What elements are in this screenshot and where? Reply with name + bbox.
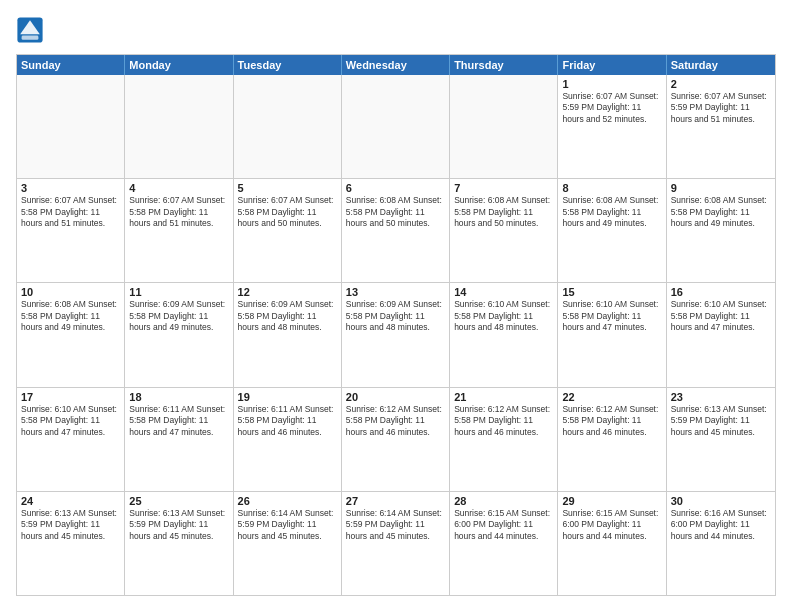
- day-number: 10: [21, 286, 120, 298]
- empty-cell: [342, 75, 450, 178]
- day-info: Sunrise: 6:15 AM Sunset: 6:00 PM Dayligh…: [562, 508, 661, 542]
- calendar: SundayMondayTuesdayWednesdayThursdayFrid…: [16, 54, 776, 596]
- header-tuesday: Tuesday: [234, 55, 342, 75]
- day-number: 18: [129, 391, 228, 403]
- day-info: Sunrise: 6:14 AM Sunset: 5:59 PM Dayligh…: [238, 508, 337, 542]
- day-info: Sunrise: 6:11 AM Sunset: 5:58 PM Dayligh…: [129, 404, 228, 438]
- day-cell-11: 11Sunrise: 6:09 AM Sunset: 5:58 PM Dayli…: [125, 283, 233, 386]
- header-wednesday: Wednesday: [342, 55, 450, 75]
- day-cell-17: 17Sunrise: 6:10 AM Sunset: 5:58 PM Dayli…: [17, 388, 125, 491]
- day-cell-19: 19Sunrise: 6:11 AM Sunset: 5:58 PM Dayli…: [234, 388, 342, 491]
- logo-icon: [16, 16, 44, 44]
- day-info: Sunrise: 6:07 AM Sunset: 5:58 PM Dayligh…: [129, 195, 228, 229]
- empty-cell: [234, 75, 342, 178]
- day-number: 15: [562, 286, 661, 298]
- header-thursday: Thursday: [450, 55, 558, 75]
- day-info: Sunrise: 6:08 AM Sunset: 5:58 PM Dayligh…: [346, 195, 445, 229]
- day-cell-27: 27Sunrise: 6:14 AM Sunset: 5:59 PM Dayli…: [342, 492, 450, 595]
- day-info: Sunrise: 6:08 AM Sunset: 5:58 PM Dayligh…: [562, 195, 661, 229]
- day-cell-10: 10Sunrise: 6:08 AM Sunset: 5:58 PM Dayli…: [17, 283, 125, 386]
- day-cell-20: 20Sunrise: 6:12 AM Sunset: 5:58 PM Dayli…: [342, 388, 450, 491]
- day-cell-28: 28Sunrise: 6:15 AM Sunset: 6:00 PM Dayli…: [450, 492, 558, 595]
- day-info: Sunrise: 6:12 AM Sunset: 5:58 PM Dayligh…: [346, 404, 445, 438]
- day-number: 22: [562, 391, 661, 403]
- day-info: Sunrise: 6:14 AM Sunset: 5:59 PM Dayligh…: [346, 508, 445, 542]
- week-row-2: 10Sunrise: 6:08 AM Sunset: 5:58 PM Dayli…: [17, 282, 775, 386]
- day-info: Sunrise: 6:13 AM Sunset: 5:59 PM Dayligh…: [21, 508, 120, 542]
- day-cell-29: 29Sunrise: 6:15 AM Sunset: 6:00 PM Dayli…: [558, 492, 666, 595]
- day-info: Sunrise: 6:07 AM Sunset: 5:59 PM Dayligh…: [562, 91, 661, 125]
- day-info: Sunrise: 6:13 AM Sunset: 5:59 PM Dayligh…: [671, 404, 771, 438]
- day-number: 9: [671, 182, 771, 194]
- day-info: Sunrise: 6:11 AM Sunset: 5:58 PM Dayligh…: [238, 404, 337, 438]
- day-info: Sunrise: 6:10 AM Sunset: 5:58 PM Dayligh…: [562, 299, 661, 333]
- week-row-1: 3Sunrise: 6:07 AM Sunset: 5:58 PM Daylig…: [17, 178, 775, 282]
- day-number: 16: [671, 286, 771, 298]
- day-cell-24: 24Sunrise: 6:13 AM Sunset: 5:59 PM Dayli…: [17, 492, 125, 595]
- day-cell-26: 26Sunrise: 6:14 AM Sunset: 5:59 PM Dayli…: [234, 492, 342, 595]
- day-number: 24: [21, 495, 120, 507]
- empty-cell: [125, 75, 233, 178]
- day-number: 27: [346, 495, 445, 507]
- day-number: 14: [454, 286, 553, 298]
- day-info: Sunrise: 6:09 AM Sunset: 5:58 PM Dayligh…: [129, 299, 228, 333]
- day-cell-8: 8Sunrise: 6:08 AM Sunset: 5:58 PM Daylig…: [558, 179, 666, 282]
- day-cell-30: 30Sunrise: 6:16 AM Sunset: 6:00 PM Dayli…: [667, 492, 775, 595]
- day-info: Sunrise: 6:12 AM Sunset: 5:58 PM Dayligh…: [454, 404, 553, 438]
- day-number: 5: [238, 182, 337, 194]
- day-cell-25: 25Sunrise: 6:13 AM Sunset: 5:59 PM Dayli…: [125, 492, 233, 595]
- empty-cell: [450, 75, 558, 178]
- day-cell-3: 3Sunrise: 6:07 AM Sunset: 5:58 PM Daylig…: [17, 179, 125, 282]
- header-saturday: Saturday: [667, 55, 775, 75]
- day-cell-1: 1Sunrise: 6:07 AM Sunset: 5:59 PM Daylig…: [558, 75, 666, 178]
- day-info: Sunrise: 6:10 AM Sunset: 5:58 PM Dayligh…: [21, 404, 120, 438]
- week-row-3: 17Sunrise: 6:10 AM Sunset: 5:58 PM Dayli…: [17, 387, 775, 491]
- day-cell-7: 7Sunrise: 6:08 AM Sunset: 5:58 PM Daylig…: [450, 179, 558, 282]
- day-number: 20: [346, 391, 445, 403]
- day-info: Sunrise: 6:08 AM Sunset: 5:58 PM Dayligh…: [671, 195, 771, 229]
- header-monday: Monday: [125, 55, 233, 75]
- day-number: 28: [454, 495, 553, 507]
- day-cell-4: 4Sunrise: 6:07 AM Sunset: 5:58 PM Daylig…: [125, 179, 233, 282]
- day-info: Sunrise: 6:07 AM Sunset: 5:58 PM Dayligh…: [21, 195, 120, 229]
- day-number: 1: [562, 78, 661, 90]
- day-info: Sunrise: 6:16 AM Sunset: 6:00 PM Dayligh…: [671, 508, 771, 542]
- day-number: 26: [238, 495, 337, 507]
- day-cell-12: 12Sunrise: 6:09 AM Sunset: 5:58 PM Dayli…: [234, 283, 342, 386]
- day-cell-5: 5Sunrise: 6:07 AM Sunset: 5:58 PM Daylig…: [234, 179, 342, 282]
- day-cell-23: 23Sunrise: 6:13 AM Sunset: 5:59 PM Dayli…: [667, 388, 775, 491]
- day-number: 19: [238, 391, 337, 403]
- day-number: 30: [671, 495, 771, 507]
- day-cell-14: 14Sunrise: 6:10 AM Sunset: 5:58 PM Dayli…: [450, 283, 558, 386]
- day-number: 11: [129, 286, 228, 298]
- day-cell-22: 22Sunrise: 6:12 AM Sunset: 5:58 PM Dayli…: [558, 388, 666, 491]
- empty-cell: [17, 75, 125, 178]
- day-number: 7: [454, 182, 553, 194]
- calendar-header: SundayMondayTuesdayWednesdayThursdayFrid…: [17, 55, 775, 75]
- day-cell-6: 6Sunrise: 6:08 AM Sunset: 5:58 PM Daylig…: [342, 179, 450, 282]
- day-info: Sunrise: 6:10 AM Sunset: 5:58 PM Dayligh…: [671, 299, 771, 333]
- day-info: Sunrise: 6:13 AM Sunset: 5:59 PM Dayligh…: [129, 508, 228, 542]
- day-cell-2: 2Sunrise: 6:07 AM Sunset: 5:59 PM Daylig…: [667, 75, 775, 178]
- day-info: Sunrise: 6:09 AM Sunset: 5:58 PM Dayligh…: [346, 299, 445, 333]
- day-info: Sunrise: 6:08 AM Sunset: 5:58 PM Dayligh…: [21, 299, 120, 333]
- day-info: Sunrise: 6:07 AM Sunset: 5:58 PM Dayligh…: [238, 195, 337, 229]
- day-info: Sunrise: 6:10 AM Sunset: 5:58 PM Dayligh…: [454, 299, 553, 333]
- day-cell-16: 16Sunrise: 6:10 AM Sunset: 5:58 PM Dayli…: [667, 283, 775, 386]
- day-number: 12: [238, 286, 337, 298]
- logo: [16, 16, 48, 44]
- day-number: 21: [454, 391, 553, 403]
- day-number: 8: [562, 182, 661, 194]
- day-info: Sunrise: 6:07 AM Sunset: 5:59 PM Dayligh…: [671, 91, 771, 125]
- day-number: 17: [21, 391, 120, 403]
- calendar-body: 1Sunrise: 6:07 AM Sunset: 5:59 PM Daylig…: [17, 75, 775, 595]
- day-cell-18: 18Sunrise: 6:11 AM Sunset: 5:58 PM Dayli…: [125, 388, 233, 491]
- week-row-0: 1Sunrise: 6:07 AM Sunset: 5:59 PM Daylig…: [17, 75, 775, 178]
- header-friday: Friday: [558, 55, 666, 75]
- day-number: 23: [671, 391, 771, 403]
- day-cell-13: 13Sunrise: 6:09 AM Sunset: 5:58 PM Dayli…: [342, 283, 450, 386]
- page-header: [16, 16, 776, 44]
- day-info: Sunrise: 6:12 AM Sunset: 5:58 PM Dayligh…: [562, 404, 661, 438]
- week-row-4: 24Sunrise: 6:13 AM Sunset: 5:59 PM Dayli…: [17, 491, 775, 595]
- day-number: 2: [671, 78, 771, 90]
